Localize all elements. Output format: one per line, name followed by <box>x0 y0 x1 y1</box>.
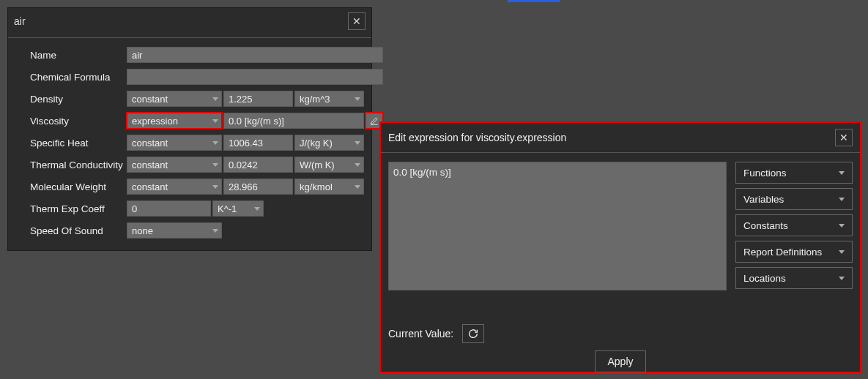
expression-editor-close-button[interactable]: ✕ <box>835 129 853 146</box>
apply-button[interactable]: Apply <box>595 350 645 372</box>
molecular-weight-unit-select[interactable]: kg/kmol <box>294 179 364 195</box>
constants-label: Constants <box>743 220 788 231</box>
therm-exp-coeff-unit-value: K^-1 <box>218 203 237 214</box>
thermal-conductivity-mode-select[interactable]: constant <box>127 157 222 173</box>
specific-heat-mode-value: constant <box>132 138 168 149</box>
chevron-down-icon <box>839 250 845 254</box>
density-unit-value: kg/m^3 <box>300 94 330 105</box>
thermal-conductivity-unit-select[interactable]: W/(m K) <box>294 157 364 173</box>
chevron-down-icon <box>355 97 360 101</box>
molecular-weight-mode-select[interactable]: constant <box>127 179 222 195</box>
refresh-current-value-button[interactable] <box>462 324 484 343</box>
speed-of-sound-mode-value: none <box>132 225 153 236</box>
panel-title: air <box>14 15 26 27</box>
specific-heat-mode-select[interactable]: constant <box>127 135 222 151</box>
density-label: Density <box>30 94 125 105</box>
chemical-formula-label: Chemical Formula <box>30 72 125 83</box>
chevron-down-icon <box>355 163 360 167</box>
locations-dropdown[interactable]: Locations <box>735 267 853 289</box>
thermal-conductivity-unit-value: W/(m K) <box>300 160 335 170</box>
molecular-weight-label: Molecular Weight <box>30 181 125 192</box>
therm-exp-coeff-label: Therm Exp Coeff <box>30 203 125 214</box>
density-unit-select[interactable]: kg/m^3 <box>294 91 364 107</box>
chevron-down-icon <box>212 97 218 101</box>
chevron-down-icon <box>212 119 218 123</box>
panel-header: air ✕ <box>8 8 371 38</box>
therm-exp-coeff-value-input[interactable] <box>127 200 211 217</box>
viscosity-mode-select[interactable]: expression <box>127 113 222 129</box>
chevron-down-icon <box>212 141 218 145</box>
functions-dropdown[interactable]: Functions <box>735 162 853 184</box>
density-mode-select[interactable]: constant <box>127 91 222 107</box>
chevron-down-icon <box>212 163 218 167</box>
chevron-down-icon <box>839 171 845 175</box>
chevron-down-icon <box>355 185 360 189</box>
chevron-down-icon <box>254 207 260 211</box>
name-label: Name <box>30 50 125 61</box>
viscosity-value-field: 0.0 [kg/(m s)] <box>223 113 364 129</box>
therm-exp-coeff-unit-select[interactable]: K^-1 <box>212 200 264 217</box>
specific-heat-value-input[interactable] <box>223 135 293 151</box>
close-icon: ✕ <box>352 15 361 27</box>
expression-editor-title: Edit expression for viscosity.expression <box>388 132 566 143</box>
thermal-conductivity-mode-value: constant <box>132 160 168 170</box>
viscosity-mode-value: expression <box>132 116 178 127</box>
material-properties-panel: air ✕ Name Chemical Formula Density cons… <box>7 7 372 251</box>
density-mode-value: constant <box>132 94 168 105</box>
chevron-down-icon <box>839 277 845 280</box>
expression-helper-dropdowns: Functions Variables Constants Report Def… <box>735 162 853 290</box>
thermal-conductivity-value-input[interactable] <box>223 157 293 173</box>
report-definitions-label: Report Definitions <box>743 247 822 258</box>
density-value-input[interactable] <box>223 91 293 107</box>
refresh-icon <box>467 328 479 339</box>
thermal-conductivity-label: Thermal Conductivity <box>30 160 125 170</box>
chevron-down-icon <box>839 224 845 228</box>
constants-dropdown[interactable]: Constants <box>735 214 853 236</box>
current-value-label: Current Value: <box>388 328 453 339</box>
molecular-weight-unit-value: kg/kmol <box>300 181 333 192</box>
chevron-down-icon <box>355 141 360 145</box>
chevron-down-icon <box>839 198 845 201</box>
molecular-weight-value-input[interactable] <box>223 179 293 195</box>
specific-heat-label: Specific Heat <box>30 138 125 149</box>
expression-editor-header: Edit expression for viscosity.expression… <box>381 123 860 153</box>
chevron-down-icon <box>212 229 218 233</box>
edit-icon <box>369 116 379 126</box>
locations-label: Locations <box>743 273 786 284</box>
speed-of-sound-label: Speed Of Sound <box>30 225 125 236</box>
variables-label: Variables <box>743 194 784 205</box>
chemical-formula-input[interactable] <box>127 69 383 85</box>
report-definitions-dropdown[interactable]: Report Definitions <box>735 241 853 263</box>
functions-label: Functions <box>743 168 787 179</box>
expression-editor-panel: Edit expression for viscosity.expression… <box>379 121 861 373</box>
specific-heat-unit-select[interactable]: J/(kg K) <box>294 135 364 151</box>
expression-textarea[interactable] <box>388 162 727 290</box>
specific-heat-unit-value: J/(kg K) <box>300 138 333 149</box>
molecular-weight-mode-value: constant <box>132 181 168 192</box>
chevron-down-icon <box>212 185 218 189</box>
variables-dropdown[interactable]: Variables <box>735 188 853 210</box>
name-input[interactable] <box>127 47 383 63</box>
close-icon: ✕ <box>839 132 848 143</box>
viscosity-label: Viscosity <box>30 116 125 127</box>
close-button[interactable]: ✕ <box>348 12 366 30</box>
speed-of-sound-mode-select[interactable]: none <box>127 222 222 239</box>
viscosity-value: 0.0 [kg/(m s)] <box>229 116 284 127</box>
